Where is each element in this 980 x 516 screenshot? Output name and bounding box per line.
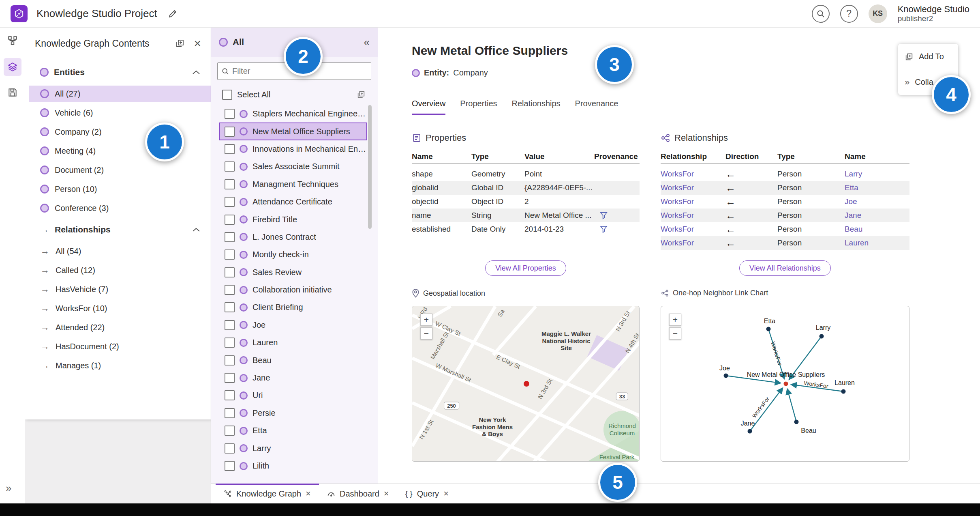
provenance-icon[interactable] <box>600 226 608 233</box>
close-tab-icon[interactable]: × <box>306 488 311 499</box>
detail-tab[interactable]: Provenance <box>575 99 618 115</box>
entity-list-item[interactable]: L. Jones Contract <box>219 228 367 246</box>
related-entity-link[interactable]: Joe <box>845 195 909 209</box>
entity-list-item[interactable]: Uri <box>219 387 367 404</box>
related-entity-link[interactable]: Etta <box>845 181 909 195</box>
entity-list-item[interactable]: Staplers Mechanical Engineering <box>219 105 367 123</box>
item-checkbox[interactable] <box>225 426 235 436</box>
relationship-link[interactable]: WorksFor <box>661 236 725 250</box>
link-chart-widget[interactable]: Etta Larry Joe Lauren Jane Beau New Meta… <box>661 306 909 462</box>
item-checkbox[interactable] <box>225 179 235 189</box>
item-checkbox[interactable] <box>225 320 235 330</box>
item-checkbox[interactable] <box>225 144 235 154</box>
tab-query[interactable]: { } Query × <box>397 484 457 503</box>
map-zoom-in-button[interactable]: + <box>420 314 432 326</box>
map-zoom-out-button[interactable]: − <box>420 327 432 340</box>
item-checkbox[interactable] <box>225 267 235 277</box>
search-button[interactable] <box>812 5 830 23</box>
account-info[interactable]: Knowledge Studio publisher2 <box>898 4 969 23</box>
entity-list-item[interactable]: Jane <box>219 369 367 387</box>
entity-type-item[interactable]: Person (10) <box>29 181 211 197</box>
relationship-link[interactable]: WorksFor <box>661 195 725 209</box>
entity-list-item[interactable]: Persie <box>219 404 367 422</box>
entity-list-item[interactable]: Collaboration initiative <box>219 281 367 299</box>
center-node[interactable] <box>784 382 788 386</box>
relationships-section-header[interactable]: → Relationships <box>25 219 211 240</box>
entity-list-item[interactable]: Firebird Title <box>219 211 367 228</box>
entity-type-item[interactable]: Vehicle (6) <box>29 105 211 121</box>
relationship-type-item[interactable]: → HasVehicle (7) <box>29 281 211 297</box>
provenance-icon[interactable] <box>600 212 608 219</box>
item-checkbox[interactable] <box>225 161 235 172</box>
item-checkbox[interactable] <box>225 390 235 400</box>
entity-list-item[interactable]: Beau <box>219 351 367 369</box>
add-selection-icon[interactable] <box>357 90 366 99</box>
related-entity-link[interactable]: Jane <box>845 209 909 222</box>
save-icon[interactable] <box>4 84 21 101</box>
item-checkbox[interactable] <box>225 232 235 242</box>
map-widget[interactable]: k Rd W Clay St Sa N 3rd St N 4th St E Cl… <box>412 306 640 462</box>
view-all-relationships-button[interactable]: View All Relationships <box>739 260 831 276</box>
select-all-row[interactable]: Select All <box>211 87 378 102</box>
item-checkbox[interactable] <box>225 443 235 454</box>
item-checkbox[interactable] <box>225 338 235 348</box>
chevron-up-icon[interactable] <box>192 227 200 232</box>
related-entity-link[interactable]: Beau <box>845 222 909 236</box>
relationship-type-item[interactable]: → Attended (22) <box>29 319 211 335</box>
entity-list-item[interactable]: Managment Techniques <box>219 176 367 193</box>
collapse-panel-icon[interactable]: « <box>364 36 370 49</box>
list-scrollbar[interactable] <box>368 105 372 229</box>
help-button[interactable]: ? <box>840 5 858 23</box>
item-checkbox[interactable] <box>225 373 235 383</box>
entity-list-item[interactable]: Attendance Certificate <box>219 193 367 211</box>
layers-icon[interactable] <box>4 58 21 76</box>
relationship-link[interactable]: WorksFor <box>661 222 725 236</box>
relationship-link[interactable]: WorksFor <box>661 209 725 222</box>
edit-title-icon[interactable] <box>168 9 178 19</box>
item-checkbox[interactable] <box>225 127 235 137</box>
item-checkbox[interactable] <box>225 109 235 119</box>
item-checkbox[interactable] <box>225 355 235 366</box>
item-checkbox[interactable] <box>225 215 235 225</box>
entity-list-item[interactable]: Lilith <box>219 457 367 475</box>
entity-list-item[interactable]: Innovations in Mechanical Engin... <box>219 140 367 158</box>
tab-knowledge-graph[interactable]: Knowledge Graph × <box>216 484 319 503</box>
detail-tab[interactable]: Relationships <box>512 99 561 115</box>
item-checkbox[interactable] <box>225 408 235 418</box>
item-checkbox[interactable] <box>225 302 235 312</box>
close-tab-icon[interactable]: × <box>384 488 389 499</box>
hierarchy-icon[interactable] <box>4 32 21 49</box>
item-checkbox[interactable] <box>225 249 235 260</box>
add-to-menu-item[interactable]: Add To <box>898 44 958 69</box>
entity-list-item[interactable]: Client Briefing <box>219 299 367 316</box>
entities-section-header[interactable]: Entities <box>25 62 211 83</box>
entity-list-item[interactable]: New Metal Office Suppliers <box>219 123 367 140</box>
item-checkbox[interactable] <box>225 285 235 295</box>
entity-list-item[interactable]: Montly check-in <box>219 246 367 263</box>
relationship-type-item[interactable]: → All (54) <box>29 243 211 259</box>
entity-list-item[interactable]: Sales Review <box>219 264 367 281</box>
view-all-properties-button[interactable]: View All Properties <box>485 260 566 276</box>
entity-type-item[interactable]: Conference (3) <box>29 200 211 216</box>
close-panel-icon[interactable]: × <box>194 37 201 49</box>
close-tab-icon[interactable]: × <box>443 488 449 499</box>
relationship-link[interactable]: WorksFor <box>661 167 725 181</box>
chart-zoom-in-button[interactable]: + <box>669 314 681 326</box>
relationship-type-item[interactable]: → HasDocument (2) <box>29 338 211 355</box>
add-panel-icon[interactable] <box>175 39 185 48</box>
relationship-type-item[interactable]: → Manages (1) <box>29 357 211 374</box>
item-checkbox[interactable] <box>225 461 235 471</box>
chevron-up-icon[interactable] <box>192 70 200 75</box>
chart-zoom-out-button[interactable]: − <box>669 327 681 340</box>
relationship-type-item[interactable]: → Called (12) <box>29 262 211 278</box>
relationship-type-item[interactable]: → WorksFor (10) <box>29 300 211 316</box>
select-all-checkbox[interactable] <box>222 90 232 100</box>
entity-type-item[interactable]: All (27) <box>29 86 211 102</box>
detail-tab[interactable]: Overview <box>412 99 445 115</box>
related-entity-link[interactable]: Larry <box>845 167 909 181</box>
entity-list-item[interactable]: Larry <box>219 439 367 457</box>
relationship-link[interactable]: WorksFor <box>661 181 725 195</box>
expand-rail-icon[interactable]: » <box>6 482 11 494</box>
item-checkbox[interactable] <box>225 197 235 207</box>
entity-type-item[interactable]: Document (2) <box>29 162 211 178</box>
